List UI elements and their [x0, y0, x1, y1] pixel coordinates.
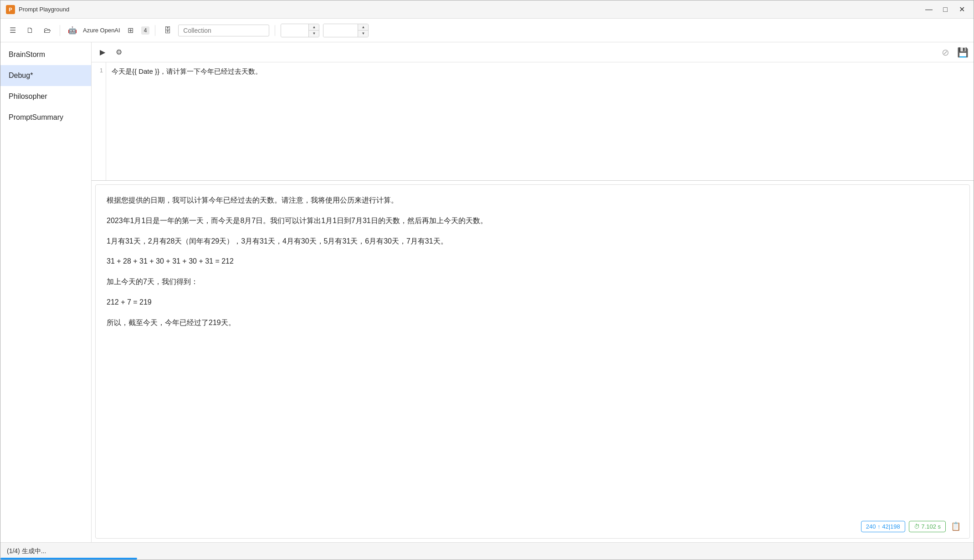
main-content: BrainStorm Debug* Philosopher PromptSumm…	[0, 42, 974, 542]
azure-icon: 🤖	[66, 24, 79, 37]
sidebar-debug-label: Debug*	[9, 71, 33, 79]
run-button[interactable]: ▶	[95, 45, 110, 60]
num-up-button[interactable]: ▲	[309, 24, 319, 31]
new-file-button[interactable]: 🗋	[23, 24, 37, 37]
token-badge: 240 ↑ 42|198	[861, 521, 905, 532]
editor-top-actions: ⊘ 💾	[938, 45, 970, 60]
sidebar-item-philosopher[interactable]: Philosopher	[0, 86, 91, 107]
menu-button[interactable]: ☰	[6, 24, 20, 37]
temp-down-button[interactable]: ▼	[358, 31, 368, 37]
window-controls: — □ ✕	[923, 5, 968, 15]
num-input[interactable]: 2	[281, 24, 308, 37]
num-input-group: 2 ▲ ▼	[281, 24, 319, 37]
save-icon: 💾	[957, 47, 969, 58]
app-title: Prompt Playground	[19, 6, 923, 13]
sidebar-brainstorm-label: BrainStorm	[9, 51, 45, 58]
sidebar-item-promptsummary[interactable]: PromptSummary	[0, 107, 91, 128]
prompt-textarea[interactable]: 今天是{{ Date }}，请计算一下今年已经过去天数。	[106, 62, 974, 180]
separator-2	[155, 25, 155, 36]
separator-3	[275, 25, 275, 36]
progress-bar	[0, 558, 137, 560]
copy-icon: 📋	[951, 521, 961, 531]
editor-area: ▶ ⚙ ⊘ 💾 1 今天是{{ Da	[92, 42, 974, 542]
close-button[interactable]: ✕	[955, 5, 968, 15]
response-line-2: 1月有31天，2月有28天（闰年有29天），3月有31天，4月有30天，5月有3…	[107, 235, 959, 248]
response-line-6: 所以，截至今天，今年已经过了219天。	[107, 316, 959, 330]
title-bar: P Prompt Playground — □ ✕	[0, 0, 974, 19]
response-line-1: 2023年1月1日是一年的第一天，而今天是8月7日。我们可以计算出1月1日到7月…	[107, 214, 959, 228]
sidebar-philosopher-label: Philosopher	[9, 92, 47, 100]
settings-button[interactable]: ⚙	[112, 45, 126, 60]
response-line-0: 根据您提供的日期，我可以计算今年已经过去的天数。请注意，我将使用公历来进行计算。	[107, 194, 959, 207]
sidebar-item-brainstorm[interactable]: BrainStorm	[0, 44, 91, 65]
db-icon: 🗄	[161, 24, 174, 37]
editor-toolbar: ▶ ⚙ ⊘ 💾	[92, 42, 974, 62]
num-down-button[interactable]: ▼	[309, 31, 319, 37]
response-line-4: 加上今天的7天，我们得到：	[107, 275, 959, 289]
app-icon: P	[6, 5, 15, 14]
response-line-5: 212 + 7 = 219	[107, 296, 959, 309]
new-file-icon: 🗋	[26, 26, 34, 35]
temp-input[interactable]: 0.70	[323, 24, 358, 37]
response-area: 根据您提供的日期，我可以计算今年已经过去的天数。请注意，我将使用公历来进行计算。…	[95, 184, 970, 539]
status-bar: (1/4) 生成中...	[0, 542, 974, 560]
temp-up-button[interactable]: ▲	[358, 24, 368, 31]
time-badge: ⏱ 7.102 s	[909, 521, 946, 532]
response-footer: 240 ↑ 42|198 ⏱ 7.102 s 📋	[861, 520, 962, 533]
temp-input-group: 0.70 ▲ ▼	[323, 24, 369, 37]
save-button[interactable]: 💾	[955, 45, 970, 60]
sidebar: BrainStorm Debug* Philosopher PromptSumm…	[0, 42, 92, 542]
maximize-button[interactable]: □	[939, 5, 952, 15]
azure-label: Azure OpenAI	[83, 27, 120, 34]
ban-button[interactable]: ⊘	[938, 45, 953, 60]
run-icon: ▶	[100, 48, 105, 56]
response-text: 根据您提供的日期，我可以计算今年已经过去的天数。请注意，我将使用公历来进行计算。…	[107, 194, 959, 330]
line-numbers: 1	[92, 62, 106, 180]
collection-input[interactable]	[178, 25, 269, 36]
status-text: (1/4) 生成中...	[7, 547, 46, 555]
line-number-1: 1	[92, 66, 103, 76]
main-toolbar: ☰ 🗋 🗁 🤖 Azure OpenAI ⊞ 4 🗄 2 ▲ ▼ 0.70 ▲	[0, 19, 974, 42]
sidebar-promptsummary-label: PromptSummary	[9, 113, 63, 121]
open-folder-button[interactable]: 🗁	[41, 24, 54, 37]
minimize-button[interactable]: —	[923, 5, 935, 15]
settings-icon: ⚙	[116, 48, 122, 56]
copy-response-button[interactable]: 📋	[949, 520, 962, 533]
prompt-editor: 1 今天是{{ Date }}，请计算一下今年已经过去天数。	[92, 62, 974, 181]
temp-spinners: ▲ ▼	[358, 24, 368, 37]
num-spinners: ▲ ▼	[308, 24, 319, 37]
app-window: P Prompt Playground — □ ✕ ☰ 🗋 🗁 🤖 Azure …	[0, 0, 974, 560]
separator-1	[60, 25, 60, 36]
token-count-badge: 4	[141, 26, 150, 35]
ban-icon: ⊘	[942, 47, 949, 58]
response-line-3: 31 + 28 + 31 + 30 + 31 + 30 + 31 = 212	[107, 255, 959, 268]
grid-icon: ⊞	[124, 24, 138, 37]
menu-icon: ☰	[10, 26, 16, 35]
sidebar-item-debug[interactable]: Debug*	[0, 65, 91, 86]
folder-icon: 🗁	[44, 26, 51, 35]
